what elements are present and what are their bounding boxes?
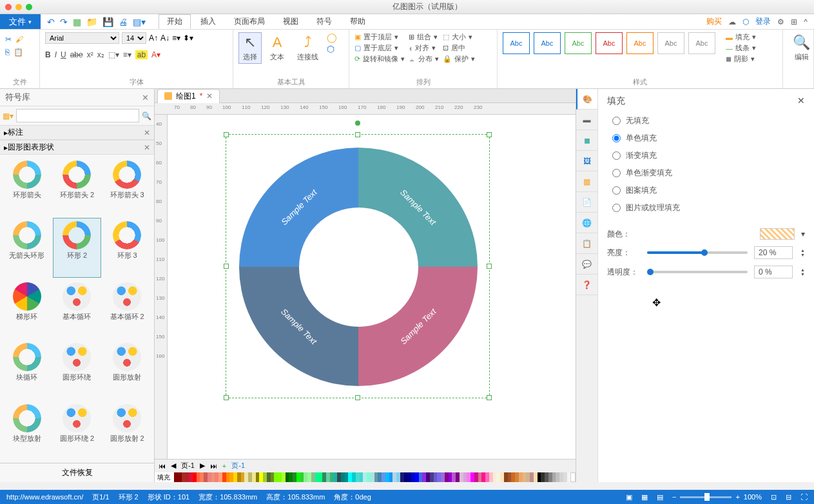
resize-handle[interactable] — [487, 395, 492, 400]
distribute-btn[interactable]: ⫠分布▾ — [409, 54, 439, 64]
style-preset-1[interactable]: Abc — [503, 32, 530, 54]
close-section2-icon[interactable]: ✕ — [144, 143, 150, 152]
shape-item[interactable]: 环形箭头 — [3, 157, 52, 217]
fill-dropdown[interactable]: ▬填充▾ — [726, 32, 756, 42]
shape-item[interactable]: 环形箭头 2 — [53, 157, 102, 217]
shape-item[interactable]: 环形箭头 3 — [102, 157, 151, 217]
protect-btn[interactable]: 🔒保护▾ — [443, 54, 475, 64]
fill-gradient-radio[interactable] — [612, 151, 621, 160]
highlight-icon[interactable]: ab — [135, 50, 148, 59]
bold-button[interactable]: B — [45, 50, 51, 59]
font-size-select[interactable]: 14 — [122, 32, 146, 44]
fill-solid-radio[interactable] — [612, 134, 621, 142]
brightness-slider[interactable] — [647, 251, 748, 254]
brightness-down-icon[interactable]: ▼ — [800, 253, 805, 257]
bring-front[interactable]: ▣置于顶层▾ — [354, 32, 405, 42]
zoom-in-icon[interactable]: + — [735, 493, 739, 501]
format-painter-icon[interactable]: 🖌 — [15, 35, 23, 44]
send-back[interactable]: ▢置于底层▾ — [354, 43, 405, 53]
section-circular[interactable]: 圆形图表形状 — [8, 142, 54, 153]
page-tab[interactable]: 页-1 — [231, 461, 245, 470]
window-min[interactable] — [15, 4, 22, 10]
page-nav-last-icon[interactable]: ⏭ — [210, 462, 217, 470]
color-swatch[interactable] — [760, 228, 795, 240]
shape-item[interactable]: 块型放射 — [3, 401, 52, 460]
shape-item[interactable]: 基本循环 2 — [102, 279, 151, 338]
resize-handle[interactable] — [224, 395, 229, 400]
subscript-icon[interactable]: x₂ — [97, 50, 104, 59]
page-nav-next-icon[interactable]: ▶ — [200, 461, 205, 470]
rtab-layer-icon[interactable]: 📋 — [576, 233, 597, 254]
transparency-up-icon[interactable]: ▲ — [800, 267, 805, 272]
style-preset-6[interactable]: Abc — [657, 32, 684, 54]
rtab-pattern-icon[interactable]: ▦ — [576, 171, 597, 192]
collapse-ribbon-icon[interactable]: ^ — [804, 17, 808, 26]
copy-icon[interactable]: ⎘ — [5, 48, 10, 57]
shape1-icon[interactable]: ◯ — [327, 32, 337, 43]
search-icon[interactable]: 🔍 — [142, 111, 151, 121]
spacing-icon[interactable]: ⬍▾ — [183, 34, 193, 43]
tab-insert[interactable]: 插入 — [192, 14, 224, 29]
shape-item[interactable]: 块循环 — [3, 340, 52, 399]
zoom-slider[interactable] — [680, 496, 732, 498]
new-icon[interactable]: ▦ — [73, 17, 81, 27]
fullscreen-icon[interactable]: ⛶ — [800, 493, 808, 501]
page-select[interactable]: 页-1 — [181, 461, 195, 470]
close-doc-icon[interactable]: ✕ — [206, 92, 213, 101]
rtab-line-icon[interactable]: ▬ — [576, 110, 597, 130]
color-dropdown-icon[interactable]: ▾ — [801, 229, 805, 238]
shape-item[interactable]: 圆形环绕 2 — [53, 401, 102, 460]
transparency-down-icon[interactable]: ▼ — [800, 272, 805, 276]
login-link[interactable]: 登录 — [755, 16, 771, 27]
document-tab[interactable]: 绘图1*✕ — [157, 89, 220, 103]
status-url[interactable]: http://www.edrawsoft.cn/ — [6, 493, 83, 501]
transparency-value[interactable]: 0 % — [759, 267, 772, 276]
close-symbols-icon[interactable]: ✕ — [142, 93, 149, 102]
fit-page-icon[interactable]: ⊡ — [771, 493, 777, 501]
open-icon[interactable]: 📁 — [86, 17, 97, 27]
style-preset-3[interactable]: Abc — [565, 32, 592, 54]
resize-handle[interactable] — [487, 132, 492, 137]
rotate-mirror[interactable]: ⟳旋转和镜像▾ — [354, 54, 405, 64]
print-icon[interactable]: 🖨 — [119, 17, 128, 27]
center-btn[interactable]: ⊡居中 — [443, 43, 475, 53]
apps-icon[interactable]: ⊞ — [791, 17, 797, 26]
underline-button[interactable]: U — [61, 50, 66, 59]
zoom-value[interactable]: 100% — [744, 493, 762, 501]
drawing-page[interactable]: Sample Text Sample Text Sample Text Samp… — [174, 121, 509, 459]
cut-icon[interactable]: ✂ — [5, 35, 12, 44]
view-mode2-icon[interactable]: ▦ — [641, 493, 648, 501]
shape-item[interactable]: 圆形环绕 — [53, 340, 102, 399]
buy-link[interactable]: 购买 — [706, 16, 722, 27]
edit-find[interactable]: 🔍编辑 — [788, 32, 814, 64]
font-increase-icon[interactable]: A↑ — [149, 34, 158, 43]
window-close[interactable] — [5, 4, 12, 10]
file-recovery[interactable]: 文件恢复 — [0, 463, 154, 482]
redo-icon[interactable]: ↷ — [60, 17, 68, 27]
page-nav-prev-icon[interactable]: ◀ — [171, 461, 176, 470]
rtab-image-icon[interactable]: 🖼 — [576, 151, 597, 171]
window-max[interactable] — [26, 4, 32, 10]
fill-none-radio[interactable] — [612, 117, 621, 125]
view-mode1-icon[interactable]: ▣ — [626, 493, 632, 501]
style-preset-2[interactable]: Abc — [534, 32, 561, 54]
fill-pattern-radio[interactable] — [612, 186, 621, 195]
paste-icon[interactable]: 📋 — [14, 48, 23, 57]
shape-item[interactable]: 梯形环 — [3, 279, 52, 338]
brightness-up-icon[interactable]: ▲ — [800, 248, 805, 253]
export-icon[interactable]: ▤▾ — [133, 17, 146, 27]
strike-button[interactable]: abe — [70, 50, 83, 59]
list-icon[interactable]: ≡▾ — [123, 50, 131, 59]
align-dropdown-icon[interactable]: ≡▾ — [172, 34, 180, 43]
ring-shape[interactable]: Sample Text Sample Text Sample Text Samp… — [239, 148, 478, 386]
file-menu[interactable]: 文件 — [0, 14, 41, 29]
resize-handle[interactable] — [487, 264, 492, 269]
rtab-text-icon[interactable]: 📄 — [576, 192, 597, 213]
rtab-comment-icon[interactable]: 💬 — [576, 254, 597, 275]
line-dropdown[interactable]: —线条▾ — [726, 43, 756, 53]
fill-solidgrad-radio[interactable] — [612, 169, 621, 177]
undo-icon[interactable]: ↶ — [47, 17, 55, 27]
page-nav-first-icon[interactable]: ⏮ — [159, 462, 166, 470]
shape-item[interactable]: 基本循环 — [53, 279, 102, 338]
fit-width-icon[interactable]: ⊟ — [786, 493, 791, 501]
